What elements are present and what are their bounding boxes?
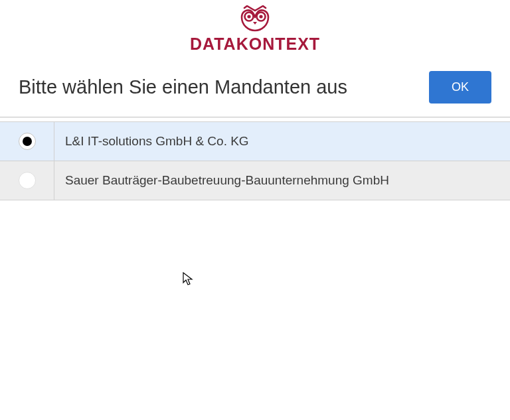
radio-cell [0,122,54,161]
title-row: Bitte wählen Sie einen Mandanten aus OK [0,58,510,117]
logo-area: DATAKONTEXT [0,0,510,58]
list-item[interactable]: L&I IT-solutions GmbH & Co. KG [0,122,510,161]
radio-button[interactable] [19,133,36,150]
svg-point-2 [247,15,250,18]
page-title: Bitte wählen Sie einen Mandanten aus [19,76,347,98]
mandant-list: L&I IT-solutions GmbH & Co. KG Sauer Bau… [0,121,510,200]
logo-brand-text: DATAKONTEXT [190,35,320,54]
mouse-cursor-icon [183,272,195,287]
radio-cell [0,161,54,200]
radio-button[interactable] [19,172,36,189]
owl-icon [235,5,275,32]
list-item[interactable]: Sauer Bauträger-Baubetreuung-Bauunterneh… [0,161,510,200]
svg-point-3 [259,15,262,18]
mandant-label: Sauer Bauträger-Baubetreuung-Bauunterneh… [54,161,510,200]
logo: DATAKONTEXT [190,5,320,54]
divider [0,117,510,117]
ok-button[interactable]: OK [429,71,491,104]
radio-selected-dot [23,137,32,146]
mandant-label: L&I IT-solutions GmbH & Co. KG [54,122,510,161]
